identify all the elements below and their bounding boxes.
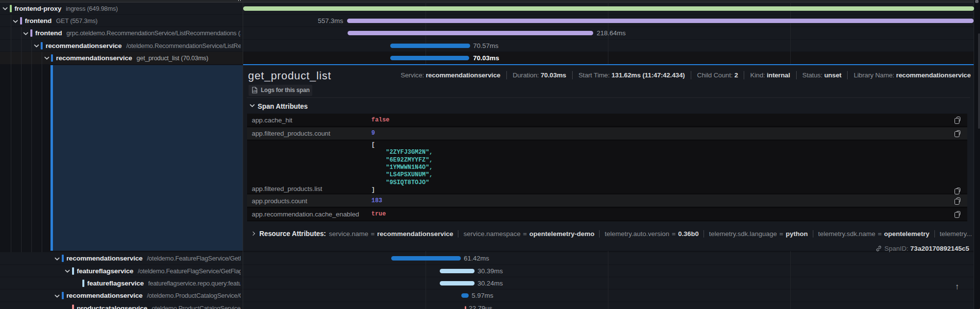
svg-text:LOG: LOG <box>252 90 257 93</box>
